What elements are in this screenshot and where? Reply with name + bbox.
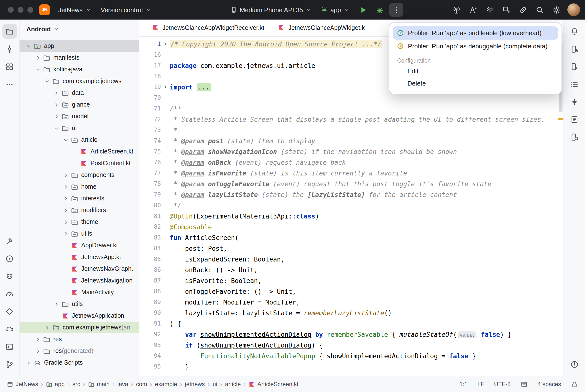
line-number[interactable]: 94 — [139, 352, 161, 359]
tree-item-res[interactable]: res (generated) — [20, 345, 139, 357]
chevron-right-icon[interactable] — [52, 89, 60, 97]
chevron-right-icon[interactable] — [62, 206, 70, 214]
tree-item-article[interactable]: article — [20, 134, 139, 146]
line-number[interactable]: 74 — [139, 137, 161, 144]
logcat-tool-icon[interactable] — [2, 269, 17, 284]
tree-item-articlescreen-kt[interactable]: ArticleScreen.kt — [20, 146, 139, 158]
breadcrumb-java[interactable]: java — [117, 381, 128, 388]
resource-manager-icon[interactable] — [2, 59, 17, 74]
profiler-tool-icon[interactable] — [2, 286, 17, 301]
structure-icon[interactable] — [567, 77, 582, 92]
chevron-down-icon[interactable] — [43, 77, 51, 85]
editor-tab-jetnewsglanceappwidget-k[interactable]: JetnewsGlanceAppWidget.k — [271, 20, 372, 36]
line-number[interactable]: 72 — [139, 116, 161, 123]
code-line[interactable]: 95 } — [139, 361, 563, 372]
line-number[interactable]: 17 — [139, 62, 161, 69]
popup-item-profiler-run-app-as-profileable[interactable]: Profiler: Run 'app' as profileable (low … — [393, 26, 558, 40]
code-line[interactable]: 93 if (showUnimplementedActionDialog) { — [139, 340, 563, 350]
line-number[interactable]: 76 — [139, 159, 161, 166]
line-number[interactable]: 84 — [139, 245, 161, 252]
chevron-right-icon[interactable] — [62, 183, 70, 190]
line-number[interactable]: 80 — [139, 202, 161, 209]
tree-item-jetnewsnavigation[interactable]: JetnewsNavigation — [20, 275, 139, 286]
breadcrumb-ui[interactable]: ui — [213, 381, 217, 388]
breadcrumb-com[interactable]: com — [136, 381, 147, 388]
tree-item-jetnewsnavgraph[interactable]: JetnewsNavGraph. — [20, 263, 139, 275]
chevron-right-icon[interactable] — [62, 194, 70, 202]
problems-icon[interactable] — [567, 357, 582, 372]
chevron-right-icon[interactable] — [34, 347, 42, 355]
tree-item-model[interactable]: model — [20, 110, 139, 122]
code-line[interactable]: 83fun ArticleScreen( — [139, 232, 563, 243]
code-line[interactable]: 88 onToggleFavorite: () -> Unit, — [139, 286, 563, 297]
chevron-right-icon[interactable] — [62, 218, 70, 226]
tree-item-com-example-jetnews[interactable]: com.example.jetnews (an — [20, 322, 139, 333]
chevron-right-icon[interactable] — [34, 335, 42, 343]
run-button[interactable] — [356, 3, 370, 16]
code-line[interactable]: 79 * @param lazyListState (state) the [L… — [139, 189, 563, 200]
code-line[interactable]: 80 */ — [139, 200, 563, 211]
code-line[interactable]: 76 * @param onBack (event) request navig… — [139, 157, 563, 168]
line-number[interactable]: 92 — [139, 331, 161, 338]
reader-mode-icon[interactable] — [520, 380, 528, 388]
code-line[interactable]: 86 onBack: () -> Unit, — [139, 264, 563, 275]
line-number[interactable]: 95 — [139, 363, 161, 370]
tree-item-theme[interactable]: theme — [20, 216, 139, 228]
tree-item-jetnewsapp-kt[interactable]: JetnewsApp.kt — [20, 251, 139, 263]
chevron-down-icon[interactable] — [34, 66, 42, 73]
code-line[interactable]: 73 * — [139, 125, 563, 136]
code-line[interactable]: 75 * @param showNavigationIcon (state) i… — [139, 146, 563, 157]
line-number[interactable]: 88 — [139, 288, 161, 295]
line-number[interactable]: 83 — [139, 234, 161, 241]
line-number[interactable]: 79 — [139, 191, 161, 198]
tree-item-utils[interactable]: utils — [20, 298, 139, 310]
tree-item-home[interactable]: home — [20, 181, 139, 192]
window-zoom-button[interactable] — [28, 7, 33, 13]
chevron-right-icon[interactable] — [62, 171, 70, 179]
chevron-right-icon[interactable] — [43, 324, 51, 332]
line-number[interactable]: 85 — [139, 256, 161, 262]
line-number[interactable]: 77 — [139, 170, 161, 176]
popup-action-edit[interactable]: Edit... — [389, 65, 561, 77]
code-line[interactable]: 94 FunctionalityNotAvailablePopup { show… — [139, 350, 563, 361]
tree-item-res[interactable]: res — [20, 333, 139, 345]
code-line[interactable]: 87 isFavorite: Boolean, — [139, 275, 563, 286]
project-view-selector[interactable]: Android — [20, 20, 139, 38]
code-line[interactable]: 77 * @param isFavorite (state) is this i… — [139, 168, 563, 178]
code-line[interactable]: 90 lazyListState: LazyListState = rememb… — [139, 308, 563, 318]
line-number[interactable]: 89 — [139, 299, 161, 306]
chevron-right-icon[interactable] — [34, 54, 42, 62]
run-config-selector[interactable]: app — [317, 4, 355, 16]
window-close-button[interactable] — [8, 7, 14, 13]
tree-item-mainactivity[interactable]: MainActivity — [20, 286, 139, 298]
window-minimize-button[interactable] — [18, 7, 24, 13]
tree-item-gradle-scripts[interactable]: Gradle Scripts — [20, 357, 139, 368]
search-button[interactable] — [533, 3, 546, 16]
code-line[interactable]: 91) { — [139, 318, 563, 329]
line-separator[interactable]: LF — [477, 381, 484, 388]
code-line[interactable]: 74 * @param post (state) item to display — [139, 136, 563, 146]
line-number[interactable]: 75 — [139, 148, 161, 155]
line-number[interactable]: 81 — [139, 212, 161, 220]
caret-position[interactable]: 1:1 — [459, 381, 468, 388]
fold-marker-icon[interactable] — [161, 41, 170, 47]
line-number[interactable]: 73 — [139, 126, 161, 134]
tree-item-app[interactable]: app — [20, 40, 139, 52]
code-line[interactable]: 78 * @param onToggleFavorite (event) req… — [139, 178, 563, 189]
code-line[interactable]: 81@OptIn(ExperimentalMaterial3Api::class… — [139, 211, 563, 222]
chevron-right-icon[interactable] — [25, 359, 32, 366]
popup-action-delete[interactable]: Delete — [389, 77, 561, 90]
ai-assistant-button[interactable] — [466, 3, 480, 16]
indent-style[interactable]: 4 spaces — [537, 381, 561, 388]
project-tool-icon[interactable] — [2, 24, 17, 38]
app-quality-insights-icon[interactable] — [2, 304, 17, 319]
breadcrumb-app[interactable]: app — [46, 381, 65, 388]
line-number[interactable]: 1 — [139, 40, 161, 48]
chevron-right-icon[interactable] — [52, 112, 60, 120]
editor-tab-jetnewsglanceappwidgetreceiver-kt[interactable]: JetnewsGlanceAppWidgetReceiver.kt — [145, 20, 271, 36]
line-number[interactable]: 78 — [139, 180, 161, 187]
breadcrumb-jetnews[interactable]: jetnews — [185, 381, 205, 388]
commit-tool-icon[interactable] — [2, 42, 17, 56]
tree-item-modifiers[interactable]: modifiers — [20, 204, 139, 216]
line-number[interactable]: 16 — [139, 51, 161, 58]
